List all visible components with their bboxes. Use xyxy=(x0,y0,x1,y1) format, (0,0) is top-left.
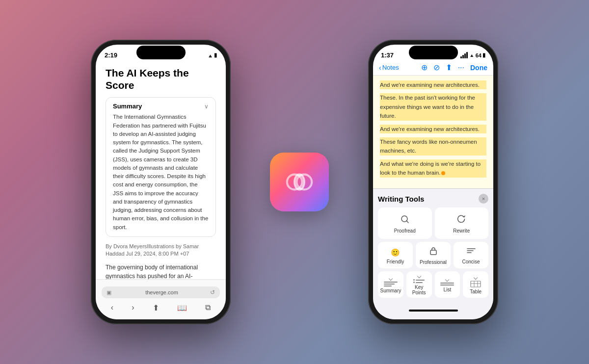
writing-tools-row-1: Proofread Rewrite xyxy=(378,208,488,239)
nav-icons: ⊕ ⊘ ⬆ ··· Done xyxy=(421,63,487,72)
table-label: Table xyxy=(470,289,482,294)
note-paragraph-1: And we're examining new architectures. xyxy=(380,80,486,89)
list-label: List xyxy=(444,287,452,292)
summary-box[interactable]: Summary ∨ The International Gymnastics F… xyxy=(106,97,216,237)
nav-bar: ‹ Notes ⊕ ⊘ ⬆ ··· Done xyxy=(373,61,493,76)
battery-text: 64 xyxy=(476,52,482,58)
battery-right: 64 ▮ xyxy=(476,52,485,58)
friendly-button[interactable]: Friendly xyxy=(378,242,413,268)
svg-rect-5 xyxy=(430,250,436,255)
tabs-icon-left: ▣ xyxy=(107,289,111,296)
share-button[interactable]: ⬆ xyxy=(153,303,159,312)
browser-actions: ‹ › ⬆ 📖 ⧉ xyxy=(102,303,220,312)
proofread-button[interactable]: Proofread xyxy=(378,208,432,239)
key-points-icon xyxy=(413,275,425,283)
apple-intelligence-icon xyxy=(270,153,329,211)
rewrite-icon xyxy=(456,214,466,227)
more-icon[interactable]: ··· xyxy=(458,63,464,72)
summary-wt-label: Summary xyxy=(380,288,401,293)
writing-tools-close[interactable]: × xyxy=(479,194,488,204)
tabs-button[interactable]: ⧉ xyxy=(205,303,211,312)
add-circle-icon[interactable]: ⊕ xyxy=(421,63,428,72)
back-notes[interactable]: ‹ Notes xyxy=(379,64,399,72)
summary-title: Summary xyxy=(113,103,142,110)
article-meta: By Dvora MeyersIllustrations by Samar Ha… xyxy=(106,243,216,258)
note-content: And we're examining new architectures. T… xyxy=(373,76,493,188)
concise-label: Concise xyxy=(462,259,480,264)
table-button[interactable]: Table xyxy=(463,271,488,298)
professional-label: Professional xyxy=(420,260,447,265)
proofread-icon xyxy=(400,214,410,227)
note-paragraph-4: These fancy words like non-onneumen mach… xyxy=(380,137,486,156)
refresh-icon[interactable]: ↺ xyxy=(210,289,215,296)
browser-bar: ▣ theverge.com ↺ ‹ › ⬆ 📖 ⧉ xyxy=(96,279,226,319)
wifi-icon-right: ⟁ xyxy=(470,52,473,58)
battery-icon: ▮ xyxy=(214,52,217,58)
article-body: The governing body of international gymn… xyxy=(106,263,216,279)
right-status-right: ⟁ 64 ▮ xyxy=(460,52,485,58)
list-icon xyxy=(440,278,454,286)
home-bar-right xyxy=(409,310,458,312)
summary-icon xyxy=(384,277,398,286)
done-button[interactable]: Done xyxy=(470,64,487,72)
writing-tools-row-3: Summary Key Points xyxy=(378,271,488,298)
writing-tools-panel: Writing Tools × Proofread Rewrite xyxy=(373,188,493,319)
left-phone: 2:19 ▶ 9:54 ⟁ ▮ The AI Keeps the Score S… xyxy=(91,40,231,324)
rewrite-button[interactable]: Rewrite xyxy=(435,208,489,239)
time-right-phone: 1:37 xyxy=(381,52,394,59)
status-right: ⟁ ▮ xyxy=(209,52,217,58)
friendly-icon xyxy=(391,247,400,258)
home-indicator-right xyxy=(378,301,488,314)
text-cursor xyxy=(441,171,445,175)
rewrite-label: Rewrite xyxy=(453,228,470,234)
back-button[interactable]: ‹ xyxy=(111,303,113,312)
proofread-label: Proofread xyxy=(394,228,416,234)
svg-rect-9 xyxy=(471,281,481,287)
writing-tools-title: Writing Tools xyxy=(378,195,424,203)
article-content: The AI Keeps the Score Summary ∨ The Int… xyxy=(96,62,226,279)
writing-tools-header: Writing Tools × xyxy=(378,194,488,204)
concise-icon xyxy=(466,247,476,258)
right-phone: 1:37 ⟁ 64 ▮ ‹ Notes ⊕ xyxy=(368,40,498,324)
friendly-label: Friendly xyxy=(387,259,404,264)
wifi-icon: ⟁ xyxy=(209,52,212,58)
summary-header: Summary ∨ xyxy=(113,103,209,110)
table-icon xyxy=(470,276,481,287)
dynamic-island-right xyxy=(409,46,458,59)
article-title: The AI Keeps the Score xyxy=(106,67,216,91)
right-phone-screen: 1:37 ⟁ 64 ▮ ‹ Notes ⊕ xyxy=(373,45,493,319)
professional-button[interactable]: Professional xyxy=(416,242,451,268)
svg-line-4 xyxy=(406,221,408,223)
professional-icon xyxy=(429,247,438,258)
bookmark-button[interactable]: 📖 xyxy=(177,303,187,312)
summary-chevron-icon[interactable]: ∨ xyxy=(204,103,209,110)
dynamic-island-left xyxy=(136,46,186,59)
list-button[interactable]: List xyxy=(435,271,460,298)
share-nav-icon[interactable]: ⬆ xyxy=(446,63,452,72)
key-points-label: Key Points xyxy=(408,285,430,295)
signal-icon xyxy=(460,52,468,58)
back-label: Notes xyxy=(382,64,399,71)
note-paragraph-5: And what we're doing is we're starting t… xyxy=(380,159,486,178)
url-bar[interactable]: ▣ theverge.com ↺ xyxy=(102,286,220,298)
url-text: theverge.com xyxy=(113,289,210,295)
summary-wt-button[interactable]: Summary xyxy=(378,271,403,298)
left-phone-screen: 2:19 ▶ 9:54 ⟁ ▮ The AI Keeps the Score S… xyxy=(96,45,226,319)
key-points-button[interactable]: Key Points xyxy=(406,271,432,298)
note-paragraph-2: These. In the past isn't working for the… xyxy=(380,93,486,120)
time-left: 2:19 xyxy=(105,52,117,59)
forward-button[interactable]: › xyxy=(132,303,134,312)
intelligence-svg xyxy=(282,165,317,199)
note-paragraph-3: And we're examining new architectures. xyxy=(380,125,486,133)
checklist-icon[interactable]: ⊘ xyxy=(433,63,440,72)
writing-tools-row-2: Friendly Professional xyxy=(378,242,488,268)
back-chevron-icon: ‹ xyxy=(379,64,381,72)
summary-body: The International Gymnastics Federation … xyxy=(113,113,209,232)
battery-icon-right: ▮ xyxy=(482,52,485,58)
concise-button[interactable]: Concise xyxy=(454,242,488,268)
